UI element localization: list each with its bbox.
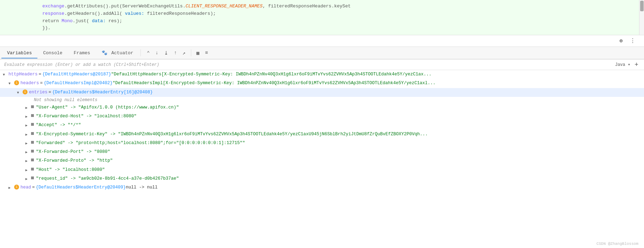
language-badge[interactable]: Java ▾	[615, 62, 630, 67]
info-icon-entries: i	[23, 89, 28, 94]
code-line-3: return Mono.just( data: res);	[42, 18, 644, 25]
var-row-host[interactable]: "Host" -> "localhost:8080"	[0, 166, 644, 174]
watermark: CSDN @ZhangBlossom	[596, 242, 638, 246]
var-name-headers: headers	[20, 80, 39, 87]
var-row-x-forwarded-proto[interactable]: "X-Forwarded-Proto" -> "http"	[0, 156, 644, 165]
expand-arrow-host[interactable]	[25, 167, 30, 173]
code-mono: Mono	[62, 18, 73, 24]
var-desc-host: "Host" -> "localhost:8080"	[36, 166, 105, 174]
expression-hint[interactable]: Evaluate expression (Enter) or add a wat…	[4, 62, 159, 67]
tab-console[interactable]: Console	[37, 48, 68, 58]
bullet-x-forwarded-port	[31, 150, 34, 153]
var-desc-x-forwarded-port: "X-Forwarded-Port" -> "8080"	[36, 148, 110, 156]
variables-panel: httpHeaders = {DefaultHttpHeaders@20187}…	[0, 70, 644, 246]
var-ref-headers: {DefaultHeadersImpl@20402}	[44, 80, 113, 87]
bullet-request-id	[31, 176, 34, 179]
code-exchange: exchange	[42, 4, 64, 9]
right-scrollbar[interactable]	[639, 0, 644, 35]
tab-frames[interactable]: Frames	[68, 48, 96, 58]
bullet-x-forwarded-host	[31, 114, 34, 117]
actuator-icon: 🐾	[102, 50, 107, 56]
info-icon-head: i	[14, 185, 19, 190]
var-row-httpheaders[interactable]: httpHeaders = {DefaultHttpHeaders@20187}…	[0, 70, 644, 79]
var-row-x-encrypted[interactable]: "X-Encrypted-Symmetric-Key" -> "IWBDh4nP…	[0, 130, 644, 139]
toolbar-icons: ⌃ ↓ ⤓ ↑ ↗ ▦ ≡	[145, 49, 210, 57]
var-name-entries: entries	[29, 89, 48, 96]
var-row-accept[interactable]: "Accept" -> "*/*"	[0, 121, 644, 130]
expand-arrow-entries[interactable]	[17, 90, 21, 96]
var-desc-httpheaders: "DefaultHttpHeaders[X-Encrypted-Symmetri…	[111, 71, 432, 78]
var-desc-x-encrypted: "X-Encrypted-Symmetric-Key" -> "IWBDh4nP…	[36, 131, 428, 138]
expand-arrow-headers[interactable]	[8, 81, 13, 87]
expand-arrow-request-id[interactable]	[25, 176, 30, 182]
bullet-accept	[31, 123, 34, 126]
expand-arrow-x-forwarded-port[interactable]	[25, 149, 30, 155]
var-row-forwarded[interactable]: "Forwarded" -> "proto=http;host="localho…	[0, 139, 644, 148]
bullet-x-forwarded-proto	[31, 159, 34, 161]
tabs-bar: Variables Console Frames 🐾 Actuator ⌃ ↓ …	[0, 47, 644, 60]
var-ref-entries: {DefaultHeaders$HeaderEntry[16]@20408}	[52, 89, 153, 96]
code-response: response	[42, 11, 64, 16]
step-over-icon[interactable]: ⌃	[145, 49, 151, 57]
code-constant: CLIENT_RESPONSE_HEADER_NAMES	[186, 4, 263, 9]
code-line-4: }).	[42, 25, 644, 32]
tab-separator-1	[140, 49, 141, 56]
resume-icon[interactable]: ↑	[172, 49, 179, 57]
code-data-label: data:	[89, 18, 109, 24]
table-view-icon[interactable]: ▦	[195, 49, 201, 57]
info-icon-headers: i	[14, 80, 19, 85]
code-area: exchange.getAttributes().put(ServerWebEx…	[0, 0, 644, 35]
expression-right: Java ▾ +	[615, 61, 640, 68]
scrollbar-thumb	[640, 1, 644, 11]
bullet-user-agent	[31, 105, 34, 108]
crosshair-icon[interactable]: ⊕	[618, 37, 624, 45]
var-row-request-id[interactable]: "request_id" -> "ae9cb02e-8b91-4cc4-a37e…	[0, 174, 644, 183]
var-eq-head: =	[32, 184, 35, 191]
var-row-head[interactable]: i head = {DefaultHeaders$HeaderEntry@204…	[0, 183, 644, 192]
code-line-2: response.getHeaders().addAll( values: fi…	[42, 10, 644, 18]
expand-arrow-accept[interactable]	[25, 123, 30, 129]
add-watch-button[interactable]: +	[633, 61, 640, 68]
var-ref-httpheaders: {DefaultHttpHeaders@20187}	[42, 71, 111, 78]
not-showing-message: Not showing null elements	[0, 97, 644, 103]
step-out-icon[interactable]: ⤓	[162, 49, 170, 57]
var-row-x-forwarded-port[interactable]: "X-Forwarded-Port" -> "8080"	[0, 148, 644, 156]
var-eq-headers: =	[40, 80, 43, 87]
var-desc-x-forwarded-proto: "X-Forwarded-Proto" -> "http"	[36, 157, 113, 165]
var-row-x-forwarded-host[interactable]: "X-Forwarded-Host" -> "localhost:8080"	[0, 112, 644, 121]
expand-arrow-forwarded[interactable]	[25, 141, 30, 147]
bullet-forwarded	[31, 141, 34, 144]
var-desc-x-forwarded-host: "X-Forwarded-Host" -> "localhost:8080"	[36, 113, 137, 120]
var-row-entries[interactable]: i entries = {DefaultHeaders$HeaderEntry[…	[0, 88, 644, 97]
step-into-icon[interactable]: ↓	[154, 49, 160, 57]
filter-icon[interactable]: ≡	[203, 49, 210, 57]
var-name-httpheaders: httpHeaders	[8, 71, 38, 78]
var-desc-headers: "DefaultHeadersImpl[X-Encrypted-Symmetri…	[113, 80, 435, 87]
tab-separator-2	[191, 49, 191, 56]
var-row-headers[interactable]: i headers = {DefaultHeadersImpl@20402} "…	[0, 79, 644, 88]
bullet-host	[31, 168, 34, 170]
bullet-x-encrypted	[31, 132, 34, 135]
more-options-icon[interactable]: ⋮	[628, 37, 637, 45]
tab-variables[interactable]: Variables	[1, 48, 37, 58]
var-desc-head: null -> null	[126, 184, 158, 191]
code-line-1: exchange.getAttributes().put(ServerWebEx…	[42, 3, 644, 10]
expand-arrow-user-agent[interactable]	[25, 105, 30, 111]
var-desc-forwarded: "Forwarded" -> "proto=http;host="localho…	[36, 140, 245, 147]
expand-arrow-x-forwarded-proto[interactable]	[25, 158, 30, 164]
var-eq-entries: =	[49, 89, 52, 96]
var-row-user-agent[interactable]: "User-Agent" -> "Apifox/1.0.0 (https://w…	[0, 103, 644, 112]
icon-bar: ⊕ ⋮	[0, 35, 644, 47]
expand-arrow-httpheaders[interactable]	[3, 72, 7, 78]
expand-arrow-x-forwarded-host[interactable]	[25, 114, 30, 120]
expand-arrow-x-encrypted[interactable]	[25, 132, 30, 138]
var-ref-head: {DefaultHeaders$HeaderEntry@20409}	[36, 184, 126, 191]
evaluate-icon[interactable]: ↗	[181, 49, 187, 57]
var-desc-accept: "Accept" -> "*/*"	[36, 122, 81, 129]
tab-actuator[interactable]: 🐾 Actuator	[96, 48, 139, 58]
var-eq-httpheaders: =	[39, 71, 42, 78]
expression-bar: Evaluate expression (Enter) or add a wat…	[0, 60, 644, 70]
var-desc-user-agent: "User-Agent" -> "Apifox/1.0.0 (https://w…	[36, 104, 179, 111]
var-desc-request-id: "request_id" -> "ae9cb02e-8b91-4cc4-a37e…	[36, 175, 179, 182]
expand-arrow-head[interactable]	[8, 185, 13, 191]
